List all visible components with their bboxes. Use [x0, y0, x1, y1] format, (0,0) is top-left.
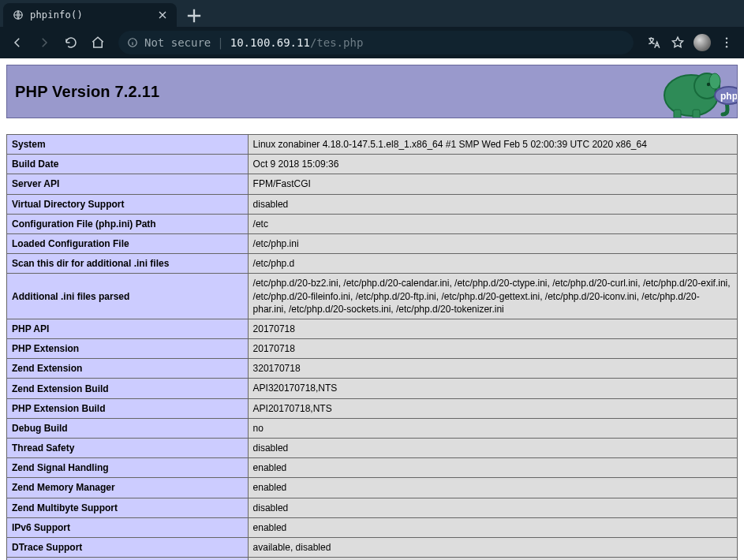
new-tab-button[interactable] [183, 5, 205, 27]
row-value: 20170718 [248, 319, 737, 338]
bookmark-star-icon[interactable] [667, 32, 689, 54]
address-bar[interactable]: Not secure | 10.100.69.11/tes.php [118, 31, 634, 54]
svg-point-2 [726, 38, 727, 39]
row-value: enabled [248, 478, 737, 498]
separator: | [217, 36, 223, 49]
table-row: Virtual Directory Supportdisabled [7, 194, 738, 214]
browser-chrome: phpinfo() Not secure | 1 [0, 0, 744, 58]
table-row: SystemLinux zonabiner 4.18.0-147.5.1.el8… [7, 135, 738, 155]
row-value: disabled [248, 498, 737, 517]
row-key: Thread Safety [7, 439, 249, 458]
browser-tab[interactable]: phpinfo() [3, 3, 177, 27]
url-host: 10.100.69.11 [230, 36, 310, 49]
kebab-menu-icon[interactable] [716, 32, 738, 54]
row-key: Server API [7, 174, 249, 194]
table-row: Server APIFPM/FastCGI [7, 174, 738, 194]
row-key: PHP Extension [7, 339, 249, 359]
row-key: Registered PHP Streams [7, 558, 249, 560]
table-row: IPv6 Supportenabled [7, 517, 738, 537]
svg-point-3 [726, 42, 727, 43]
row-key: Scan this dir for additional .ini files [7, 254, 249, 274]
table-row: Configuration File (php.ini) Path/etc [7, 214, 738, 233]
svg-point-4 [726, 46, 727, 47]
table-row: Zend Extension320170718 [7, 359, 738, 379]
svg-point-8 [709, 73, 720, 89]
table-row: PHP API20170718 [7, 319, 738, 338]
toolbar-right [643, 32, 738, 54]
row-value: API20170718,NTS [248, 398, 737, 418]
home-button[interactable] [87, 32, 109, 54]
row-key: IPv6 Support [7, 517, 249, 537]
svg-rect-10 [674, 110, 681, 118]
table-row: Zend Memory Managerenabled [7, 478, 738, 498]
profile-avatar[interactable] [694, 34, 711, 51]
browser-toolbar: Not secure | 10.100.69.11/tes.php [0, 27, 744, 58]
table-row: PHP Extension20170718 [7, 339, 738, 359]
row-value: /etc/php.d [248, 254, 737, 274]
forward-button[interactable] [33, 32, 55, 54]
row-key: Loaded Configuration File [7, 233, 249, 253]
row-key: System [7, 135, 249, 155]
table-row: Zend Signal Handlingenabled [7, 458, 738, 478]
page-title: PHP Version 7.2.11 [15, 83, 159, 101]
svg-point-9 [707, 83, 710, 86]
table-row: Scan this dir for additional .ini files/… [7, 254, 738, 274]
row-key: Configuration File (php.ini) Path [7, 214, 249, 233]
row-value: /etc [248, 214, 737, 233]
row-value: /etc/php.ini [248, 233, 737, 253]
table-row: PHP Extension BuildAPI20170718,NTS [7, 398, 738, 418]
row-key: Build Date [7, 155, 249, 174]
table-row: Additional .ini files parsed/etc/php.d/2… [7, 274, 738, 319]
row-key: PHP Extension Build [7, 398, 249, 418]
row-key: Zend Multibyte Support [7, 498, 249, 517]
phpinfo-table: SystemLinux zonabiner 4.18.0-147.5.1.el8… [6, 134, 738, 560]
table-row: DTrace Supportavailable, disabled [7, 537, 738, 557]
row-value: available, disabled [248, 537, 737, 557]
row-key: Zend Memory Manager [7, 478, 249, 498]
row-value: API320170718,NTS [248, 379, 737, 398]
table-row: Zend Multibyte Supportdisabled [7, 498, 738, 517]
table-row: Loaded Configuration File/etc/php.ini [7, 233, 738, 253]
table-row: Debug Buildno [7, 418, 738, 438]
row-value: FPM/FastCGI [248, 174, 737, 194]
table-row: Zend Extension BuildAPI320170718,NTS [7, 379, 738, 398]
row-key: Zend Extension [7, 359, 249, 379]
row-value: 320170718 [248, 359, 737, 379]
globe-icon [13, 9, 24, 21]
row-key: Zend Signal Handling [7, 458, 249, 478]
table-row: Thread Safetydisabled [7, 439, 738, 458]
row-key: Debug Build [7, 418, 249, 438]
row-value: Linux zonabiner 4.18.0-147.5.1.el8_1.x86… [248, 135, 737, 155]
row-value: /etc/php.d/20-bz2.ini, /etc/php.d/20-cal… [248, 274, 737, 319]
row-value: https, ftps, compress.zlib, php, file, g… [248, 558, 737, 560]
svg-rect-11 [693, 110, 700, 118]
security-label: Not secure [144, 36, 211, 49]
translate-icon[interactable] [643, 32, 665, 54]
row-value: Oct 9 2018 15:09:36 [248, 155, 737, 174]
page-viewport: PHP Version 7.2.11 php SystemLinux zonab… [0, 58, 744, 560]
row-value: disabled [248, 439, 737, 458]
table-row: Registered PHP Streamshttps, ftps, compr… [7, 558, 738, 560]
close-icon[interactable] [156, 9, 169, 21]
row-key: Zend Extension Build [7, 379, 249, 398]
svg-text:php: php [720, 91, 738, 102]
row-key: Virtual Directory Support [7, 194, 249, 214]
info-icon [127, 37, 138, 48]
back-button[interactable] [6, 32, 28, 54]
tab-strip: phpinfo() [0, 0, 744, 27]
row-key: DTrace Support [7, 537, 249, 557]
row-key: PHP API [7, 319, 249, 338]
table-row: Build DateOct 9 2018 15:09:36 [7, 155, 738, 174]
phpinfo-header: PHP Version 7.2.11 php [6, 65, 738, 118]
tab-title: phpinfo() [30, 9, 150, 21]
reload-button[interactable] [60, 32, 82, 54]
row-value: disabled [248, 194, 737, 214]
row-value: enabled [248, 458, 737, 478]
row-key: Additional .ini files parsed [7, 274, 249, 319]
row-value: enabled [248, 517, 737, 537]
row-value: no [248, 418, 737, 438]
row-value: 20170718 [248, 339, 737, 359]
php-logo: php [650, 65, 737, 118]
url-path: /tes.php [310, 36, 363, 49]
url-text: 10.100.69.11/tes.php [230, 36, 364, 49]
